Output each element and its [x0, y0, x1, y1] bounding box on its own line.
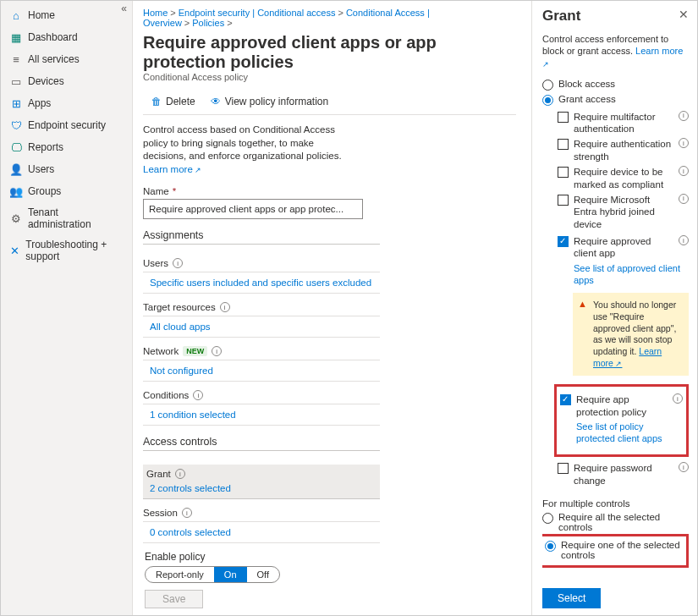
radio-icon [542, 513, 553, 524]
sidebar-item-dashboard[interactable]: ▦Dashboard [1, 26, 132, 48]
sidebar-item-label: Dashboard [28, 31, 78, 43]
checkbox-icon [558, 112, 569, 123]
network-row[interactable]: Network NEW i [143, 346, 380, 360]
sidebar-item-endpoint-security[interactable]: 🛡Endpoint security [1, 114, 132, 136]
nav-icon: 👤 [9, 162, 23, 176]
new-badge: NEW [183, 346, 207, 356]
sidebar-item-label: Home [28, 9, 55, 21]
require-app-protection-checkbox[interactable]: Require app protection policy i [560, 393, 683, 418]
learn-more-link[interactable]: Learn more [143, 164, 201, 174]
require-approved-client-app-checkbox[interactable]: Require approved client app i [558, 235, 689, 260]
info-icon[interactable]: i [175, 469, 185, 479]
bottom-bar: Enable policy Report-only On Off Save [145, 551, 528, 608]
access-controls-header: Access controls [143, 426, 380, 451]
sidebar-item-tenant-administration[interactable]: ⚙Tenant administration [1, 202, 132, 234]
eye-icon: 👁 [211, 96, 221, 107]
target-value-link[interactable]: All cloud apps [150, 322, 211, 332]
view-policy-info-button[interactable]: 👁 View policy information [211, 96, 329, 107]
nav-icon: ✕ [9, 244, 20, 257]
seg-on[interactable]: On [214, 566, 247, 583]
info-icon[interactable]: i [193, 390, 203, 400]
sidebar-item-label: Devices [28, 75, 64, 87]
info-icon[interactable]: i [679, 194, 689, 204]
nav-icon: 🖵 [9, 140, 23, 154]
enable-policy-toggle[interactable]: Report-only On Off [145, 566, 280, 583]
select-button[interactable]: Select [542, 588, 601, 608]
require-one-radio[interactable]: Require one of the selected controls [545, 540, 683, 560]
grant-panel: ✕ Grant Control access enforcement to bl… [531, 1, 697, 615]
grant-checkbox[interactable]: Require device to be marked as compliant… [558, 166, 689, 190]
info-icon[interactable]: i [212, 346, 222, 356]
page-subtitle: Conditional Access policy [143, 72, 516, 82]
target-resources-row[interactable]: Target resourcesi [143, 302, 380, 316]
info-icon[interactable]: i [173, 258, 183, 268]
breadcrumb: Home>Endpoint security | Conditional acc… [143, 8, 516, 31]
sidebar-item-reports[interactable]: 🖵Reports [1, 136, 132, 158]
checkbox-icon [558, 139, 569, 150]
sidebar-item-home[interactable]: ⌂Home [1, 4, 132, 26]
checkbox-icon [558, 167, 569, 178]
checkbox-icon [560, 394, 571, 405]
app-protection-link[interactable]: See list of policy protected client apps [576, 421, 683, 445]
grant-access-radio[interactable]: Grant access [542, 94, 689, 106]
info-icon[interactable]: i [220, 302, 230, 312]
deprecation-warning: You should no longer use "Require approv… [573, 293, 689, 376]
info-icon[interactable]: i [679, 462, 689, 472]
sidebar: « ⌂Home▦Dashboard≡All services▭Devices⊞A… [1, 1, 133, 615]
seg-report-only[interactable]: Report-only [146, 566, 214, 583]
breadcrumb-link[interactable]: Endpoint security | Conditional access [179, 8, 336, 18]
checkbox-icon [558, 463, 569, 474]
delete-icon: 🗑 [151, 96, 162, 107]
breadcrumb-link[interactable]: Policies [192, 18, 224, 28]
grant-value-link[interactable]: 2 controls selected [150, 483, 231, 493]
network-value-link[interactable]: Not configured [150, 366, 213, 376]
session-row[interactable]: Sessioni [143, 508, 380, 522]
nav-icon: ⌂ [9, 8, 23, 22]
grant-checkbox[interactable]: Require authentication strengthi [558, 138, 689, 162]
delete-button[interactable]: 🗑 Delete [151, 96, 195, 107]
info-icon[interactable]: i [679, 235, 689, 245]
info-icon[interactable]: i [679, 166, 689, 176]
info-icon[interactable]: i [679, 138, 689, 148]
save-button[interactable]: Save [145, 590, 203, 608]
info-icon[interactable]: i [679, 111, 689, 121]
grant-checkbox[interactable]: Require Microsoft Entra hybrid joined de… [558, 194, 689, 230]
close-icon[interactable]: ✕ [679, 8, 689, 21]
info-icon[interactable]: i [182, 508, 192, 518]
block-access-radio[interactable]: Block access [542, 79, 689, 91]
panel-title: Grant [542, 8, 689, 25]
sidebar-item-label: Groups [28, 185, 61, 197]
policy-name-input[interactable]: Require approved client apps or app prot… [143, 199, 363, 219]
seg-off[interactable]: Off [247, 566, 279, 583]
radio-icon [542, 95, 553, 106]
session-value-link[interactable]: 0 controls selected [150, 527, 231, 537]
conditions-row[interactable]: Conditionsi [143, 390, 380, 404]
grant-row[interactable]: Granti [143, 465, 380, 481]
highlight-app-protection: Require app protection policy i See list… [554, 384, 689, 457]
sidebar-item-apps[interactable]: ⊞Apps [1, 92, 132, 114]
sidebar-item-troubleshooting-support[interactable]: ✕Troubleshooting + support [1, 234, 132, 267]
sidebar-item-label: Users [28, 163, 54, 175]
sidebar-item-devices[interactable]: ▭Devices [1, 70, 132, 92]
nav-icon: 👥 [9, 184, 23, 198]
sidebar-item-groups[interactable]: 👥Groups [1, 180, 132, 202]
info-icon[interactable]: i [673, 393, 683, 404]
sidebar-item-users[interactable]: 👤Users [1, 158, 132, 180]
users-value-link[interactable]: Specific users included and specific use… [150, 278, 371, 288]
sidebar-item-label: Troubleshooting + support [25, 239, 124, 262]
collapse-sidebar-icon[interactable]: « [121, 3, 127, 14]
require-password-change-checkbox[interactable]: Require password change i [558, 462, 689, 487]
conditions-value-link[interactable]: 1 condition selected [150, 410, 236, 420]
policy-description: Control access based on Conditional Acce… [143, 124, 346, 176]
panel-description: Control access enforcement to block or g… [542, 33, 689, 70]
highlight-require-one: Require one of the selected controls [542, 534, 689, 568]
approved-apps-link[interactable]: See list of approved client apps [574, 263, 689, 287]
require-all-radio[interactable]: Require all the selected controls [542, 512, 689, 532]
enable-policy-label: Enable policy [145, 551, 528, 563]
nav-icon: ▦ [9, 30, 23, 44]
grant-checkbox[interactable]: Require multifactor authenticationi [558, 111, 689, 135]
sidebar-item-all-services[interactable]: ≡All services [1, 48, 132, 70]
breadcrumb-link[interactable]: Home [143, 8, 168, 18]
radio-icon [545, 541, 556, 552]
users-row[interactable]: Usersi [143, 258, 380, 272]
